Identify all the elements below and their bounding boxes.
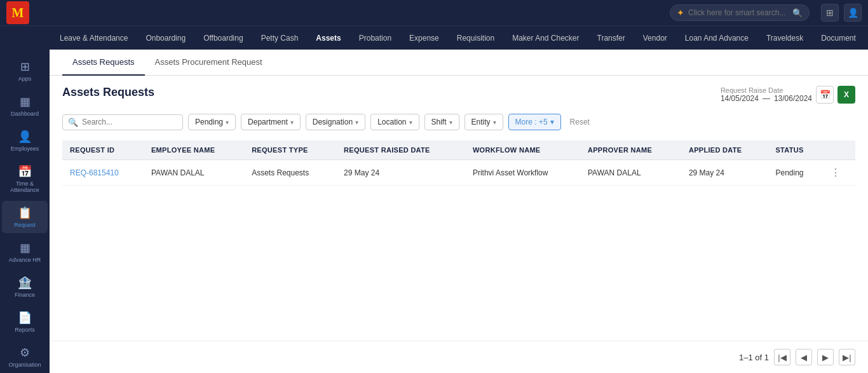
apps-icon: ⊞ bbox=[20, 60, 30, 74]
finance-icon: 🏦 bbox=[18, 276, 32, 290]
smart-search-bar[interactable]: ✦ 🔍 bbox=[670, 4, 810, 21]
sidebar-item-advance-hr[interactable]: ▦ Advance HR bbox=[2, 236, 48, 268]
col-request-id: REQUEST ID bbox=[62, 140, 144, 160]
location-filter-label: Location bbox=[377, 118, 406, 126]
sidebar-item-reports[interactable]: 📄 Reports bbox=[2, 306, 48, 338]
col-workflow-name: WORKFLOW NAME bbox=[465, 140, 580, 160]
first-page-button[interactable]: |◀ bbox=[774, 349, 790, 365]
sidebar-item-dashboard[interactable]: ▦ Dashboard bbox=[2, 90, 48, 122]
chevron-down-icon: ▾ bbox=[493, 119, 496, 126]
smart-search-input[interactable] bbox=[688, 8, 789, 17]
nav-expense[interactable]: Expense bbox=[400, 26, 448, 50]
more-filters-button[interactable]: More : +5 ▾ bbox=[508, 114, 561, 130]
content-panel: Assets Requests Assets Procurement Reque… bbox=[50, 50, 868, 373]
search-box[interactable]: 🔍 bbox=[62, 114, 183, 130]
department-filter-label: Department bbox=[248, 118, 288, 126]
assets-table: REQUEST ID EMPLOYEE NAME REQUEST TYPE RE… bbox=[62, 140, 855, 186]
sidebar-item-apps[interactable]: ⊞ Apps bbox=[2, 55, 48, 87]
nav-onboarding[interactable]: Onboarding bbox=[137, 26, 194, 50]
entity-filter[interactable]: Entity ▾ bbox=[465, 114, 503, 130]
sidebar-item-label-apps: Apps bbox=[18, 76, 32, 82]
reports-icon: 📄 bbox=[18, 311, 32, 325]
top-right-icons: ⊞ 👤 bbox=[821, 4, 862, 22]
sidebar-item-label-dashboard: Dashboard bbox=[11, 111, 39, 117]
date-range-box: Request Raise Date 14/05/2024 — 13/06/20… bbox=[721, 86, 855, 104]
nav-leave[interactable]: Leave & Attendance bbox=[51, 26, 137, 50]
department-filter[interactable]: Department ▾ bbox=[241, 114, 301, 130]
tab-assets-procurement[interactable]: Assets Procurement Request bbox=[145, 50, 273, 76]
search-icon-small: 🔍 bbox=[68, 118, 78, 127]
cell-row-menu[interactable]: ⋮ bbox=[823, 160, 855, 186]
prev-page-button[interactable]: ◀ bbox=[796, 349, 812, 365]
sidebar-item-request[interactable]: 📋 Request bbox=[2, 201, 48, 233]
shift-filter-label: Shift bbox=[431, 118, 447, 126]
content-area: Assets Requests Request Raise Date 14/05… bbox=[50, 76, 868, 341]
cell-status: Pending bbox=[768, 160, 823, 186]
chevron-down-icon: ▾ bbox=[409, 119, 412, 126]
table-header-row: REQUEST ID EMPLOYEE NAME REQUEST TYPE RE… bbox=[62, 140, 855, 160]
request-id-link[interactable]: REQ-6815410 bbox=[70, 168, 119, 177]
nav-maker-checker[interactable]: Maker And Checker bbox=[503, 26, 588, 50]
chevron-down-icon: ▾ bbox=[449, 119, 452, 126]
date-separator: — bbox=[763, 94, 770, 103]
sidebar-item-label-request: Request bbox=[14, 222, 36, 228]
table-row: REQ-6815410 PAWAN DALAL Assets Requests … bbox=[62, 160, 855, 186]
cell-workflow-name: Prithvi Asset Workflow bbox=[465, 160, 580, 186]
page-title: Assets Requests bbox=[62, 86, 154, 99]
date-from: 14/05/2024 bbox=[721, 94, 759, 103]
chevron-down-icon: ▾ bbox=[290, 119, 294, 126]
nav-loan[interactable]: Loan And Advance bbox=[676, 26, 757, 50]
search-input[interactable] bbox=[82, 118, 171, 126]
organisation-icon: ⚙ bbox=[20, 346, 30, 360]
col-applied-date: APPLIED DATE bbox=[681, 140, 768, 160]
reset-button[interactable]: Reset bbox=[566, 114, 593, 130]
col-approver-name: APPROVER NAME bbox=[580, 140, 681, 160]
next-page-button[interactable]: ▶ bbox=[817, 349, 834, 365]
sidebar-item-organisation[interactable]: ⚙ Organisation bbox=[2, 341, 48, 373]
nav-vendor[interactable]: Vendor bbox=[634, 26, 676, 50]
nav-petty-cash[interactable]: Petty Cash bbox=[252, 26, 308, 50]
cell-request-raised-date: 29 May 24 bbox=[336, 160, 465, 186]
nav-offboarding[interactable]: Offboarding bbox=[194, 26, 252, 50]
main-layout: ⊞ Apps ▦ Dashboard 👤 Employees 📅 Time & … bbox=[0, 50, 868, 373]
nav-probation[interactable]: Probation bbox=[350, 26, 400, 50]
nav-requisition[interactable]: Requisition bbox=[448, 26, 503, 50]
col-request-type: REQUEST TYPE bbox=[244, 140, 336, 160]
sidebar-item-label-reports: Reports bbox=[15, 327, 35, 333]
tab-assets-requests[interactable]: Assets Requests bbox=[62, 50, 145, 76]
cell-approver-name: PAWAN DALAL bbox=[580, 160, 681, 186]
designation-filter[interactable]: Designation ▾ bbox=[306, 114, 365, 130]
search-icon: 🔍 bbox=[792, 8, 803, 18]
dashboard-icon: ▦ bbox=[20, 95, 31, 109]
status-filter[interactable]: Pending ▾ bbox=[188, 114, 236, 130]
more-filters-label: More : +5 bbox=[515, 118, 548, 126]
time-icon: 📅 bbox=[18, 165, 32, 179]
row-menu-icon[interactable]: ⋮ bbox=[831, 167, 841, 178]
grid-icon-btn[interactable]: ⊞ bbox=[821, 4, 839, 22]
last-page-button[interactable]: ▶| bbox=[839, 349, 855, 365]
excel-export-button[interactable]: X bbox=[837, 86, 855, 104]
sidebar-item-time-attendance[interactable]: 📅 Time & Attendance bbox=[2, 159, 48, 198]
location-filter[interactable]: Location ▾ bbox=[370, 114, 419, 130]
designation-filter-label: Designation bbox=[313, 118, 353, 126]
chevron-down-icon-more: ▾ bbox=[550, 118, 554, 126]
calendar-button[interactable]: 📅 bbox=[816, 86, 834, 104]
sidebar-item-finance[interactable]: 🏦 Finance bbox=[2, 271, 48, 303]
date-to: 13/06/2024 bbox=[774, 94, 812, 103]
employees-icon: 👤 bbox=[18, 130, 32, 144]
col-status: STATUS bbox=[768, 140, 823, 160]
top-bar: M ✦ 🔍 ⊞ 👤 bbox=[0, 0, 868, 25]
user-icon-btn[interactable]: 👤 bbox=[844, 4, 862, 22]
shift-filter[interactable]: Shift ▾ bbox=[424, 114, 459, 130]
nav-bar: Leave & Attendance Onboarding Offboardin… bbox=[0, 25, 868, 50]
cell-request-id: REQ-6815410 bbox=[62, 160, 144, 186]
nav-traveldesk[interactable]: Traveldesk bbox=[757, 26, 812, 50]
pagination-info: 1–1 of 1 bbox=[739, 353, 769, 362]
chevron-down-icon: ▾ bbox=[226, 119, 229, 126]
nav-transfer[interactable]: Transfer bbox=[588, 26, 634, 50]
nav-assets[interactable]: Assets bbox=[307, 26, 349, 50]
sidebar: ⊞ Apps ▦ Dashboard 👤 Employees 📅 Time & … bbox=[0, 50, 50, 373]
sidebar-item-employees[interactable]: 👤 Employees bbox=[2, 125, 48, 157]
nav-document[interactable]: Document bbox=[812, 26, 865, 50]
request-icon: 📋 bbox=[18, 206, 32, 220]
